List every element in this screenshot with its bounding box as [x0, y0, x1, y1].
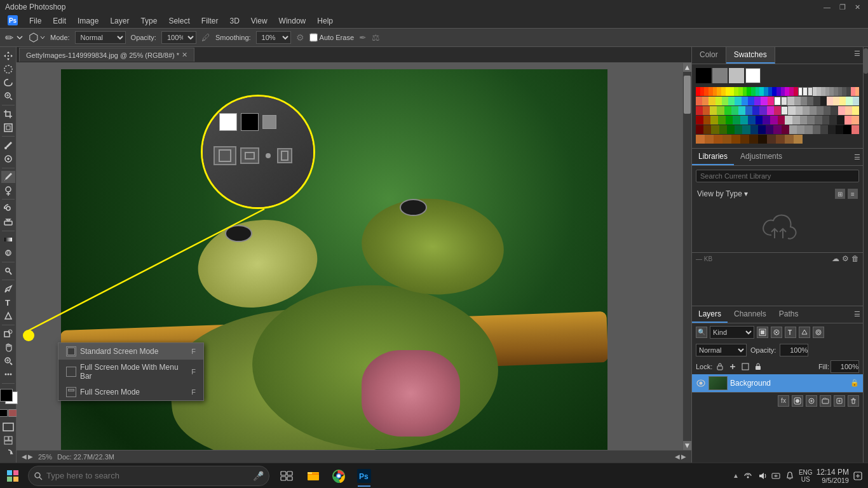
foreground-background-colors[interactable]: [0, 389, 18, 405]
smart-filter-icon[interactable]: [813, 327, 824, 338]
swatch[interactable]: [715, 97, 722, 105]
file-explorer-button[interactable]: [301, 464, 325, 488]
lib-cloud-icon[interactable]: ☁: [832, 254, 839, 263]
layer-effects-button[interactable]: fx: [778, 395, 789, 407]
swatch[interactable]: [748, 97, 754, 105]
tab-close-button[interactable]: ✕: [182, 51, 187, 59]
swatch[interactable]: [703, 116, 711, 125]
swatch[interactable]: [824, 106, 831, 115]
swatch[interactable]: [702, 97, 709, 105]
swatch[interactable]: [785, 135, 794, 144]
scroll-left-button[interactable]: ◀: [22, 453, 27, 460]
swatch[interactable]: [846, 87, 851, 96]
layers-tab[interactable]: Layers: [692, 306, 728, 323]
channels-tab[interactable]: Channels: [728, 306, 773, 323]
swatch[interactable]: [749, 135, 758, 144]
marquee-tool[interactable]: [1, 63, 15, 75]
swatch[interactable]: [803, 106, 810, 115]
swatch[interactable]: [851, 87, 855, 96]
swatch[interactable]: [745, 106, 752, 115]
photoshop-button[interactable]: Ps: [352, 464, 376, 488]
quick-mask-mode[interactable]: [8, 409, 17, 417]
keyboard-icon[interactable]: [771, 471, 781, 481]
gradient-tool[interactable]: [1, 234, 15, 246]
clone-stamp-tool[interactable]: [1, 184, 15, 196]
scroll-right-button[interactable]: ▶: [28, 453, 33, 460]
menu-help[interactable]: Help: [312, 15, 338, 27]
swatch[interactable]: [751, 87, 756, 96]
swatch[interactable]: [704, 87, 709, 96]
layers-panel-menu[interactable]: ☰: [851, 308, 863, 321]
history-brush-tool[interactable]: [1, 202, 15, 214]
pixel-filter-icon[interactable]: [757, 327, 768, 338]
eraser-tool[interactable]: [1, 215, 15, 227]
menu-select[interactable]: Select: [163, 15, 194, 27]
path-select-tool[interactable]: [1, 310, 15, 322]
brush-tool[interactable]: [1, 171, 15, 183]
auto-erase-checkbox[interactable]: [309, 31, 318, 44]
quick-mask-normal[interactable]: [0, 409, 8, 417]
swatch[interactable]: [731, 135, 740, 144]
swatch[interactable]: [709, 87, 713, 96]
swatch[interactable]: [821, 87, 825, 96]
swatch[interactable]: [781, 87, 785, 96]
vertical-scrollbar[interactable]: ▲ ▼: [682, 63, 691, 450]
zoom-tool[interactable]: [1, 355, 15, 367]
swatch[interactable]: [727, 125, 735, 134]
lock-position-icon[interactable]: [728, 362, 738, 372]
text-tool[interactable]: T: [1, 296, 15, 308]
h-scroll-right[interactable]: ▶: [681, 453, 686, 460]
swatch[interactable]: [807, 116, 815, 125]
swatch[interactable]: [813, 97, 820, 105]
swatch[interactable]: [747, 87, 751, 96]
spot-heal-tool[interactable]: [1, 153, 15, 165]
swatch[interactable]: [743, 87, 747, 96]
frame-tool[interactable]: [1, 121, 15, 133]
swatch[interactable]: [776, 135, 785, 144]
swatch[interactable]: [731, 106, 738, 115]
swatches-tab[interactable]: Swatches: [726, 47, 775, 64]
swatch-lightgray[interactable]: [729, 68, 744, 83]
swatch[interactable]: [794, 87, 798, 96]
swatch[interactable]: [742, 125, 750, 134]
move-tool[interactable]: [1, 50, 15, 62]
swatch[interactable]: [710, 116, 718, 125]
swatch[interactable]: [822, 116, 830, 125]
swatch[interactable]: [738, 106, 745, 115]
shape-filter-icon[interactable]: [799, 327, 810, 338]
swatch[interactable]: [748, 116, 756, 125]
swatch[interactable]: [831, 106, 837, 115]
libraries-tab[interactable]: Libraries: [692, 149, 734, 165]
swatch[interactable]: [773, 125, 781, 134]
swatch[interactable]: [767, 106, 774, 115]
swatch[interactable]: [696, 125, 703, 134]
swatch[interactable]: [785, 116, 792, 125]
swatch[interactable]: [796, 106, 803, 115]
mode-select[interactable]: Normal: [75, 31, 126, 44]
swatch[interactable]: [827, 97, 833, 105]
close-button[interactable]: ✕: [852, 3, 863, 11]
swatch[interactable]: [705, 135, 714, 144]
swatch[interactable]: [766, 125, 773, 134]
smoothing-settings-icon[interactable]: ⚙: [296, 32, 304, 43]
swatch[interactable]: [789, 125, 797, 134]
swatch[interactable]: [759, 106, 766, 115]
swatch[interactable]: [817, 87, 821, 96]
swatch[interactable]: [754, 97, 761, 105]
menu-layer[interactable]: Layer: [105, 15, 134, 27]
swatch[interactable]: [721, 87, 726, 96]
notification-icon[interactable]: [785, 471, 795, 481]
swatch-white[interactable]: [745, 68, 761, 83]
add-mask-button[interactable]: [792, 395, 803, 407]
menu-image[interactable]: Image: [72, 15, 104, 27]
symmetry-icon[interactable]: ⚖: [372, 32, 380, 43]
swatch[interactable]: [728, 97, 735, 105]
lib-panel-menu-icon[interactable]: ☰: [854, 153, 860, 161]
swatch[interactable]: [808, 87, 813, 96]
swatch[interactable]: [719, 125, 727, 134]
view-by-type-chevron[interactable]: ▾: [744, 189, 748, 198]
swatch-black[interactable]: [696, 68, 711, 83]
action-center-icon[interactable]: [853, 471, 863, 481]
fill-input[interactable]: [831, 360, 859, 373]
swatch[interactable]: [829, 116, 837, 125]
